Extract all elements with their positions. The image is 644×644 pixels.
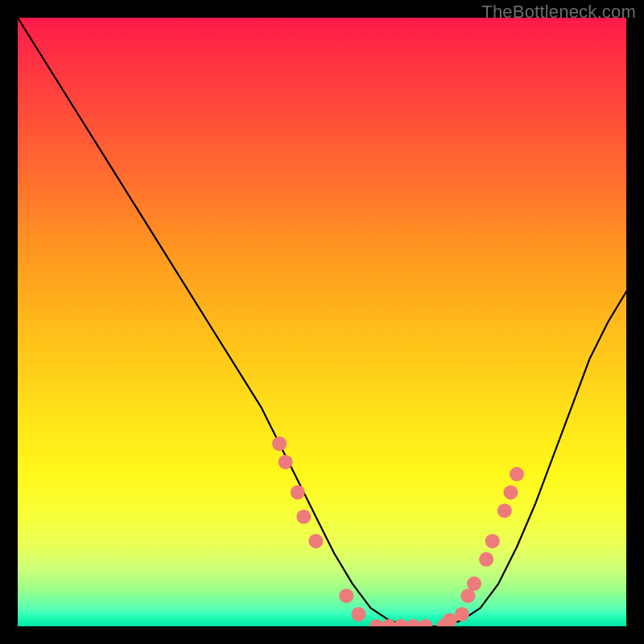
curve-group bbox=[18, 18, 626, 626]
marker-dot bbox=[485, 534, 500, 548]
marker-dot-group bbox=[272, 436, 524, 626]
marker-dot bbox=[308, 534, 323, 548]
marker-dot bbox=[351, 607, 365, 621]
marker-dot bbox=[272, 436, 287, 451]
marker-dot bbox=[467, 576, 481, 591]
marker-dot bbox=[369, 619, 384, 626]
marker-dot bbox=[279, 455, 293, 469]
marker-dot bbox=[503, 485, 518, 500]
marker-dot bbox=[296, 510, 311, 524]
chart-frame: TheBottleneck.com bbox=[0, 0, 644, 644]
marker-dot bbox=[510, 467, 524, 481]
attribution-text: TheBottleneck.com bbox=[481, 2, 636, 23]
marker-dot bbox=[479, 552, 493, 567]
marker-dot bbox=[291, 485, 305, 500]
marker-dot bbox=[419, 619, 433, 626]
bottleneck-curve-path bbox=[18, 18, 626, 626]
bottleneck-curve-svg bbox=[18, 18, 626, 626]
plot-area bbox=[18, 18, 626, 626]
marker-dot bbox=[497, 503, 512, 518]
marker-dot bbox=[455, 607, 469, 621]
marker-dot bbox=[339, 588, 353, 603]
